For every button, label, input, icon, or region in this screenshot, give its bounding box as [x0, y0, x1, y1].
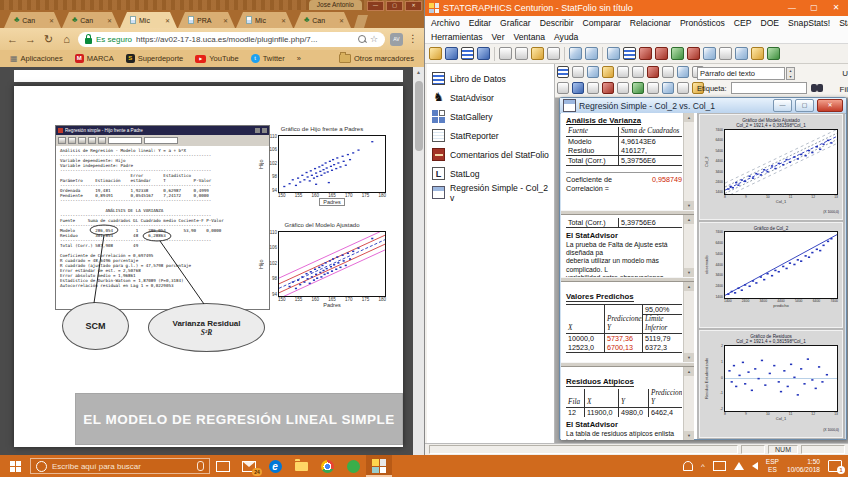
sidebar-item-statgallery[interactable]: StatGallery	[427, 107, 554, 126]
sidebar-item-statlog[interactable]: L StatLog	[427, 164, 554, 183]
menu-describir[interactable]: Describir	[540, 18, 574, 28]
move-icon[interactable]	[617, 66, 629, 78]
observed-vs-predicted-chart-pane[interactable]: Gráfico de Col_2 observado 7400640054004…	[699, 222, 843, 328]
residuals-chart-pane[interactable]: Gráfico de Residuos Col_2 = 1921,4 + 0,3…	[699, 330, 843, 438]
pane-scrollbar[interactable]: ▲ ▼	[683, 113, 694, 210]
select-icon[interactable]	[632, 66, 644, 78]
browser-tab[interactable]: ♣ Can ✕	[4, 12, 61, 28]
other-bookmarks[interactable]: Otros marcadores	[339, 54, 414, 63]
tab-close-icon[interactable]: ✕	[165, 17, 170, 24]
subset-analysis-icon[interactable]	[687, 47, 700, 60]
browser-tab[interactable]: ♣ Can ✕	[294, 12, 351, 28]
menu-statlets[interactable]: Statlets	[839, 18, 848, 28]
scroll-down-icon[interactable]: ▼	[684, 353, 694, 362]
etiqueta-input[interactable]	[731, 82, 807, 94]
find-binoculars-icon[interactable]	[811, 84, 825, 93]
tab-close-icon[interactable]: ✕	[281, 17, 286, 24]
menu-graficar[interactable]: Graficar	[500, 18, 531, 28]
reload-icon[interactable]: ↻	[42, 32, 55, 46]
minimize-button[interactable]: —	[773, 99, 792, 112]
start-button[interactable]	[0, 455, 30, 477]
statgraphics-titlebar[interactable]: STATGRAPHICS Centurion - StatFolio sin t…	[425, 0, 848, 16]
volume-tray-icon[interactable]	[752, 462, 758, 470]
hatch-icon[interactable]	[617, 82, 629, 94]
menu-comparar[interactable]: Comparar	[583, 18, 621, 28]
menu-cep[interactable]: CEP	[734, 18, 752, 28]
scrollbar-thumb[interactable]	[415, 81, 423, 151]
home-icon[interactable]: ⌂	[60, 32, 73, 46]
bookmark-youtube[interactable]: ▶ YouTube	[195, 54, 238, 63]
menu-ayuda[interactable]: Ayuda	[554, 32, 578, 42]
scroll-down-icon[interactable]: ▼	[684, 201, 694, 210]
residuos-atipicos-pane[interactable]: Residuos Atípicos Predicciones Fila X Y …	[561, 367, 694, 440]
extension-icon[interactable]: AV	[390, 33, 403, 46]
taskbar-search-box[interactable]: Escribe aquí para buscar	[30, 458, 210, 474]
display-tray-icon[interactable]	[713, 461, 726, 471]
brush-icon[interactable]	[647, 66, 659, 78]
tab-close-icon[interactable]: ✕	[107, 17, 112, 24]
microphone-icon[interactable]	[197, 461, 204, 471]
sidebar-item-statadvisor[interactable]: ♞ StatAdvisor	[427, 88, 554, 107]
chrome-menu-icon[interactable]: ⋮	[408, 33, 418, 45]
tab-close-icon[interactable]: ✕	[339, 17, 344, 24]
browser-scrollbar[interactable]: ▲	[413, 67, 424, 455]
back-icon[interactable]: ←	[6, 32, 19, 46]
fitted-model-chart-pane[interactable]: Gráfico del Modelo Ajustado Col_2 = 1921…	[699, 114, 843, 220]
include-icon[interactable]	[632, 82, 644, 94]
search-icon[interactable]	[358, 35, 366, 43]
bookmark-twitter[interactable]: t Twitter	[251, 54, 285, 63]
print-icon[interactable]	[569, 47, 582, 60]
chrome-profile-chip[interactable]: Jose Antonio	[309, 0, 362, 10]
show-hidden-icons[interactable]: ^	[701, 462, 705, 471]
minimize-button[interactable]: —	[783, 1, 801, 15]
list-data-icon[interactable]	[719, 47, 732, 60]
save-statfolio-icon[interactable]	[445, 47, 458, 60]
task-view-button[interactable]	[210, 455, 236, 477]
url-text[interactable]: https://av02-17-18.uca.es/moodle/pluginf…	[136, 35, 354, 44]
scroll-down-icon[interactable]: ▼	[684, 268, 694, 277]
taskbar-statgraphics-active[interactable]	[366, 455, 392, 477]
combobox-spinner[interactable]: ▴ ▾	[786, 67, 795, 80]
bookmark-aplicaciones[interactable]: ▦ Aplicaciones	[10, 54, 63, 63]
cylinder-icon[interactable]	[572, 82, 584, 94]
valores-predichos-pane[interactable]: Valores Predichos 95,00% Predicciones Lí…	[561, 282, 694, 362]
scroll-up-icon[interactable]: ▲	[413, 67, 424, 77]
tab-close-icon[interactable]: ✕	[49, 17, 54, 24]
graphs-icon[interactable]	[587, 66, 599, 78]
pane-scrollbar[interactable]: ▲ ▼	[683, 367, 694, 440]
menu-pronosticos[interactable]: Pronósticos	[680, 18, 725, 28]
address-bar[interactable]: Es seguro https://av02-17-18.uca.es/mood…	[78, 32, 385, 47]
new-tab-button[interactable]	[354, 15, 368, 28]
align-icon[interactable]	[677, 82, 689, 94]
spin-down-icon[interactable]: ▾	[787, 74, 794, 80]
checker-icon[interactable]	[587, 82, 599, 94]
maximize-button[interactable]: ▢	[805, 1, 823, 15]
forward-icon[interactable]: →	[24, 32, 37, 46]
menu-relacionar[interactable]: Relacionar	[630, 18, 671, 28]
taskbar-mail[interactable]: 24	[236, 455, 262, 477]
scroll-down-icon[interactable]: ▼	[684, 431, 694, 440]
taskbar-edge[interactable]: e	[262, 455, 288, 477]
databook-icon[interactable]	[461, 47, 474, 60]
browser-tab[interactable]: ♣ Can ✕	[62, 12, 119, 28]
open-statfolio-icon[interactable]	[429, 47, 442, 60]
sidebar-item-regresion-simple[interactable]: Regresión Simple - Col_2 v	[427, 183, 554, 202]
taskbar-file-explorer[interactable]	[288, 455, 314, 477]
tab-close-icon[interactable]: ✕	[223, 17, 228, 24]
bookmark-superdeporte[interactable]: S Superdeporte	[126, 54, 183, 63]
tabular-options-icon[interactable]	[623, 47, 636, 60]
analysis-icon[interactable]	[735, 47, 748, 60]
menu-archivo[interactable]: Archivo	[431, 18, 460, 28]
menu-editar[interactable]: Editar	[469, 18, 491, 28]
text-pane-icon[interactable]	[572, 66, 584, 78]
trend-icon[interactable]	[767, 47, 780, 60]
menu-ventana[interactable]: Ventana	[514, 32, 546, 42]
sidebar-item-statreporter[interactable]: StatReporter	[427, 126, 554, 145]
paste-icon[interactable]	[531, 47, 544, 60]
taskbar-clock[interactable]: 1:50 10/06/2018	[787, 458, 820, 474]
zoom-icon[interactable]	[677, 66, 689, 78]
menu-ver[interactable]: Ver	[492, 32, 505, 42]
pane-scrollbar[interactable]: ▲ ▼	[683, 215, 694, 277]
sidebar-item-libro-de-datos[interactable]: Libro de Datos	[427, 69, 554, 88]
menu-herramientas[interactable]: Herramientas	[431, 32, 483, 42]
